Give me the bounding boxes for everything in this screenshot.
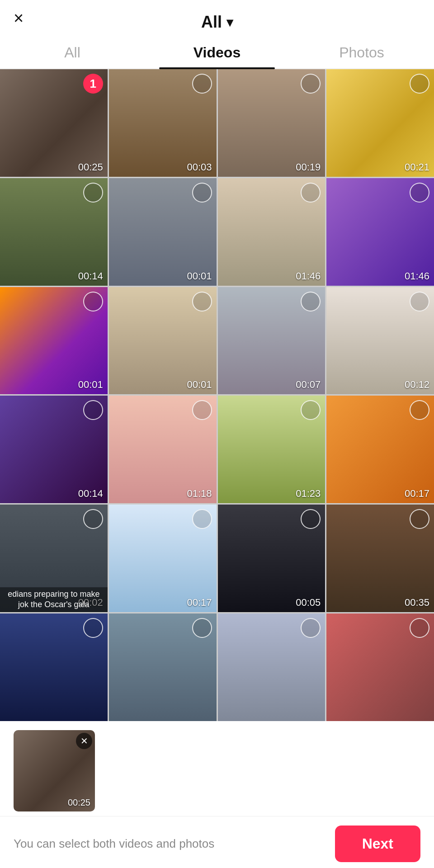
video-duration: 00:35 — [405, 597, 429, 609]
grid-item[interactable]: 00:35 — [326, 505, 434, 612]
select-circle[interactable] — [83, 618, 103, 638]
video-duration: 00:14 — [78, 488, 103, 500]
grid-item[interactable]: 00:251 — [0, 69, 108, 177]
grid-item[interactable]: 00:21 — [326, 69, 434, 177]
chevron-down-icon[interactable]: ▾ — [226, 15, 233, 30]
grid-item[interactable] — [109, 613, 217, 721]
album-title[interactable]: All — [201, 13, 222, 32]
select-circle[interactable] — [192, 183, 212, 203]
select-circle[interactable] — [83, 509, 103, 529]
grid-item[interactable]: 01:46 — [218, 178, 326, 286]
video-duration: 01:46 — [296, 270, 321, 282]
grid-item[interactable]: 00:17 — [326, 396, 434, 503]
grid-item[interactable]: 00:14 — [0, 396, 108, 503]
video-caption: edians preparing to make jok the Oscar's… — [0, 587, 108, 612]
preview-duration: 00:25 — [68, 797, 90, 808]
video-duration: 00:01 — [187, 379, 212, 391]
video-duration: 00:21 — [405, 161, 429, 173]
media-grid: 00:25100:0300:1900:2100:1400:0101:4601:4… — [0, 69, 434, 721]
select-circle[interactable] — [192, 400, 212, 420]
selected-preview: ✕ 00:25 — [0, 721, 434, 816]
grid-item[interactable]: 00:03 — [109, 69, 217, 177]
video-duration: 00:17 — [405, 488, 429, 500]
video-duration: 00:12 — [405, 379, 429, 391]
grid-item[interactable]: 00:19 — [218, 69, 326, 177]
video-duration: 00:25 — [78, 161, 103, 173]
video-duration: 00:05 — [296, 597, 321, 609]
preview-thumbnail[interactable]: ✕ 00:25 — [14, 730, 95, 811]
selection-badge[interactable]: 1 — [83, 74, 103, 94]
grid-item[interactable]: 01:46 — [326, 178, 434, 286]
video-duration: 01:46 — [405, 270, 429, 282]
close-button[interactable]: × — [14, 9, 24, 27]
grid-item[interactable]: 01:23 — [218, 396, 326, 503]
video-duration: 00:17 — [187, 597, 212, 609]
select-circle[interactable] — [301, 74, 321, 94]
next-button[interactable]: Next — [335, 826, 420, 862]
grid-item[interactable] — [0, 613, 108, 721]
video-duration: 01:18 — [187, 488, 212, 500]
grid-item[interactable] — [218, 613, 326, 721]
video-duration: 00:01 — [187, 270, 212, 282]
grid-item[interactable]: 00:17 — [109, 505, 217, 612]
select-circle[interactable] — [410, 183, 429, 203]
select-circle[interactable] — [192, 74, 212, 94]
select-circle[interactable] — [192, 618, 212, 638]
grid-item[interactable]: 00:12 — [326, 287, 434, 395]
video-duration: 00:07 — [296, 379, 321, 391]
grid-item[interactable]: 00:01 — [109, 287, 217, 395]
video-duration: 00:14 — [78, 270, 103, 282]
select-circle[interactable] — [192, 292, 212, 311]
select-circle[interactable] — [410, 292, 429, 311]
video-duration: 01:23 — [296, 488, 321, 500]
select-circle[interactable] — [301, 183, 321, 203]
select-circle[interactable] — [410, 509, 429, 529]
grid-item[interactable]: 00:01 — [109, 178, 217, 286]
grid-item[interactable]: 00:01 — [0, 287, 108, 395]
header: × All ▾ — [0, 0, 434, 36]
select-circle[interactable] — [301, 618, 321, 638]
select-circle[interactable] — [192, 509, 212, 529]
video-duration: 00:19 — [296, 161, 321, 173]
video-duration: 00:03 — [187, 161, 212, 173]
select-circle[interactable] — [410, 400, 429, 420]
tab-all[interactable]: All — [0, 44, 145, 68]
select-circle[interactable] — [83, 183, 103, 203]
video-duration: 00:01 — [78, 379, 103, 391]
select-circle[interactable] — [83, 292, 103, 311]
grid-item[interactable] — [326, 613, 434, 721]
select-circle[interactable] — [410, 74, 429, 94]
grid-item[interactable]: 01:18 — [109, 396, 217, 503]
grid-item[interactable]: 00:05 — [218, 505, 326, 612]
select-circle[interactable] — [301, 292, 321, 311]
grid-item[interactable]: 00:14 — [0, 178, 108, 286]
selection-hint: You can select both videos and photos — [14, 837, 214, 851]
select-circle[interactable] — [410, 618, 429, 638]
header-title: All ▾ — [201, 13, 233, 32]
tab-photos[interactable]: Photos — [289, 44, 434, 68]
bottom-bar: You can select both videos and photos Ne… — [0, 816, 434, 868]
select-circle[interactable] — [301, 509, 321, 529]
preview-close-button[interactable]: ✕ — [76, 733, 92, 749]
select-circle[interactable] — [83, 400, 103, 420]
tab-bar: All Videos Photos — [0, 36, 434, 69]
grid-item[interactable]: 00:07 — [218, 287, 326, 395]
grid-item[interactable]: 00:02edians preparing to make jok the Os… — [0, 505, 108, 612]
tab-videos[interactable]: Videos — [145, 44, 289, 68]
